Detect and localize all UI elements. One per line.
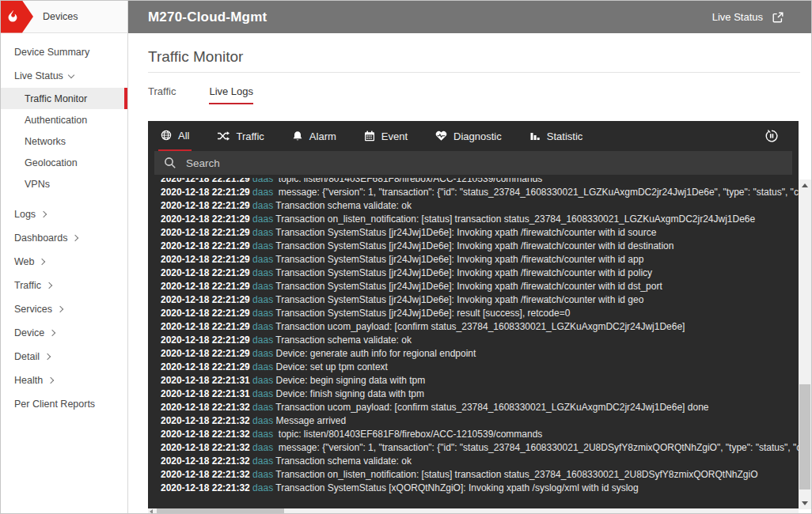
live-status-link[interactable]: Live Status bbox=[712, 11, 811, 24]
title-divider bbox=[148, 72, 800, 73]
log-source: daas bbox=[252, 455, 273, 467]
log-timestamp: 2020-12-18 22:21:32 bbox=[161, 442, 250, 453]
log-list: 2020-12-18 22:21:29 daas topic: listen/8… bbox=[148, 178, 799, 509]
filter-tab-diagnostic[interactable]: Diagnostic bbox=[433, 121, 504, 151]
sidebar-item-authentication[interactable]: Authentication bbox=[1, 109, 127, 130]
log-message: Transaction SystemStatus [jr24Jwj1De6e]:… bbox=[275, 240, 674, 251]
tab-live-logs[interactable]: Live Logs bbox=[209, 85, 253, 104]
sidebar-item-device-summary[interactable]: Device Summary bbox=[1, 40, 127, 64]
log-row: 2020-12-18 22:21:29 daas Transaction Sys… bbox=[161, 240, 799, 253]
scroll-left-arrow[interactable] bbox=[150, 509, 156, 514]
search-input[interactable] bbox=[184, 157, 662, 170]
log-row: 2020-12-18 22:21:29 daas Transaction sch… bbox=[161, 334, 799, 347]
sidebar-item-detail[interactable]: Detail bbox=[1, 345, 127, 368]
log-row: 2020-12-18 22:21:32 daas topic: listen/8… bbox=[161, 428, 799, 441]
sidebar-item-live-status[interactable]: Live Status bbox=[1, 64, 127, 88]
log-source: daas bbox=[252, 415, 273, 426]
log-timestamp: 2020-12-18 22:21:29 bbox=[161, 178, 250, 184]
log-timestamp: 2020-12-18 22:21:29 bbox=[161, 214, 250, 225]
search-box[interactable] bbox=[154, 151, 792, 175]
flame-logo-icon bbox=[1, 1, 33, 33]
horizontal-scrollbar[interactable] bbox=[148, 508, 799, 514]
sidebar-nav: Device SummaryLive StatusTraffic Monitor… bbox=[1, 33, 128, 513]
log-message: Transaction SystemStatus [jr24Jwj1De6e]:… bbox=[275, 254, 643, 265]
log-list-inner: 2020-12-18 22:21:29 daas topic: listen/8… bbox=[148, 178, 799, 495]
log-row: 2020-12-18 22:21:29 daas Transaction Sys… bbox=[161, 226, 799, 240]
log-source: daas bbox=[252, 267, 273, 278]
filter-tab-alarm[interactable]: Alarm bbox=[290, 121, 339, 151]
log-source: daas bbox=[252, 178, 273, 184]
log-message: Transaction SystemStatus [jr24Jwj1De6e]:… bbox=[275, 294, 643, 305]
log-row: 2020-12-18 22:21:32 daas Message arrived bbox=[161, 414, 799, 428]
scroll-down-arrow[interactable] bbox=[799, 497, 811, 509]
log-message: Transaction schema validate: ok bbox=[275, 455, 412, 467]
log-timestamp: 2020-12-18 22:21:29 bbox=[161, 334, 250, 346]
log-row: 2020-12-18 22:21:29 daas Transaction Sys… bbox=[161, 280, 799, 293]
log-source: daas bbox=[252, 254, 273, 265]
filter-tab-traffic[interactable]: Traffic bbox=[214, 121, 266, 151]
log-row: 2020-12-18 22:21:32 daas Transaction on_… bbox=[161, 468, 799, 482]
vertical-scrollbar-thumb[interactable] bbox=[799, 384, 810, 489]
sidebar-item-traffic[interactable]: Traffic bbox=[1, 274, 127, 297]
sidebar-item-label: Geolocation bbox=[25, 157, 78, 168]
chevron-right-icon bbox=[46, 282, 52, 289]
filter-tab-label: Traffic bbox=[236, 130, 264, 142]
sidebar-item-vpns[interactable]: VPNs bbox=[1, 173, 127, 195]
log-source: daas bbox=[252, 334, 273, 346]
filter-tab-event[interactable]: Event bbox=[362, 121, 410, 151]
sidebar-item-label: Dashboards bbox=[14, 232, 67, 244]
sidebar-item-services[interactable]: Services bbox=[1, 297, 127, 321]
sidebar-item-label: Device bbox=[14, 327, 44, 338]
chevron-right-icon bbox=[47, 377, 54, 384]
bar-chart-icon bbox=[529, 130, 541, 142]
horizontal-scrollbar-thumb[interactable] bbox=[157, 508, 284, 514]
log-message: topic: listen/801403EF681F8/firebox/ACC-… bbox=[275, 429, 542, 440]
scroll-up-arrow[interactable] bbox=[799, 180, 811, 191]
log-source: daas bbox=[252, 227, 273, 238]
sidebar-item-geolocation[interactable]: Geolocation bbox=[1, 152, 127, 173]
chevron-right-icon bbox=[40, 211, 47, 217]
log-message: Transaction SystemStatus [jr24Jwj1De6e]:… bbox=[275, 281, 662, 292]
sidebar-item-label: Detail bbox=[14, 351, 40, 362]
sidebar-item-traffic-monitor[interactable]: Traffic Monitor bbox=[1, 88, 127, 109]
flame-icon bbox=[5, 9, 21, 25]
log-source: daas bbox=[252, 469, 273, 480]
sidebar-item-networks[interactable]: Networks bbox=[1, 130, 127, 152]
filter-tab-all[interactable]: All bbox=[158, 121, 192, 151]
log-source: daas bbox=[252, 187, 273, 198]
log-message: Transaction on_listen_notification: [sta… bbox=[275, 469, 757, 480]
sidebar-item-per-client-reports[interactable]: Per Client Reports bbox=[1, 392, 127, 416]
log-message: message: {"version": 1, "transaction": {… bbox=[275, 442, 799, 453]
log-row: 2020-12-18 22:21:29 daas Transaction sch… bbox=[161, 199, 799, 213]
sidebar-item-health[interactable]: Health bbox=[1, 368, 127, 392]
log-message: Transaction SystemStatus [jr24Jwj1De6e]:… bbox=[275, 308, 570, 319]
sidebar-item-dashboards[interactable]: Dashboards bbox=[1, 226, 127, 250]
sidebar-item-logs[interactable]: Logs bbox=[1, 202, 127, 226]
pause-refresh-icon bbox=[765, 129, 779, 143]
filter-tab-label: Event bbox=[381, 130, 408, 142]
log-source: daas bbox=[252, 240, 273, 251]
log-row: 2020-12-18 22:21:32 daas Transaction sch… bbox=[161, 455, 799, 468]
sidebar-item-label: Per Client Reports bbox=[14, 399, 95, 410]
log-message: Device: set up tpm context bbox=[275, 361, 387, 372]
sidebar-item-web[interactable]: Web bbox=[1, 250, 127, 274]
tab-traffic[interactable]: Traffic bbox=[148, 85, 176, 104]
app-window: Devices M270-Cloud-Mgmt Live Status Devi… bbox=[0, 0, 812, 514]
vertical-scrollbar[interactable] bbox=[799, 180, 811, 509]
log-message: Message arrived bbox=[275, 415, 346, 426]
filter-tab-label: All bbox=[178, 130, 189, 142]
log-panel: All Traffic Alarm bbox=[148, 121, 799, 509]
filter-tab-statistic[interactable]: Statistic bbox=[527, 121, 586, 151]
sidebar-item-device[interactable]: Device bbox=[1, 321, 127, 345]
heart-pulse-icon bbox=[435, 130, 447, 142]
pause-refresh-button[interactable] bbox=[765, 129, 779, 143]
log-message: topic: listen/801403EF681F8/firebox/ACC-… bbox=[275, 178, 542, 184]
live-status-label: Live Status bbox=[712, 11, 763, 23]
log-row: 2020-12-18 22:21:29 daas Transaction Sys… bbox=[161, 293, 799, 307]
filter-tab-label: Diagnostic bbox=[453, 130, 502, 142]
log-timestamp: 2020-12-18 22:21:29 bbox=[161, 200, 250, 211]
sidebar-item-label: Logs bbox=[14, 209, 36, 220]
log-timestamp: 2020-12-18 22:21:32 bbox=[161, 402, 250, 413]
sidebar-item-label: Web bbox=[14, 256, 34, 267]
log-timestamp: 2020-12-18 22:21:29 bbox=[161, 361, 250, 372]
